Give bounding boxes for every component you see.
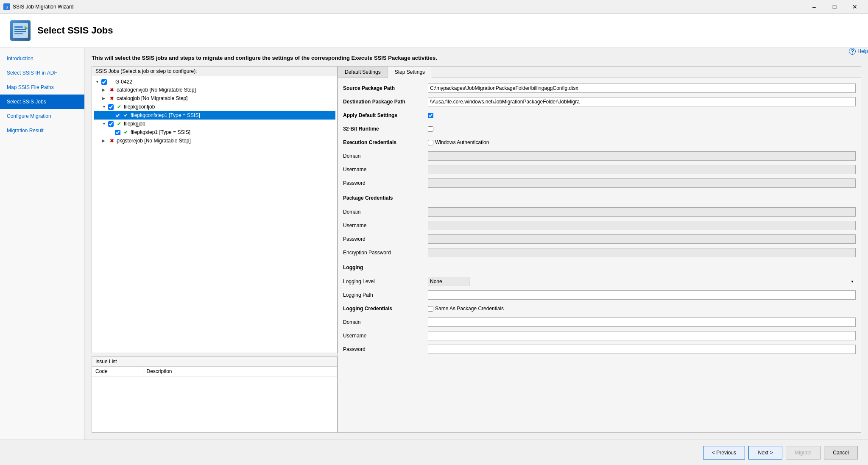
tree-container[interactable]: ▼ G-0422 ▶ ✖ catalogenvjob [No Migratabl… (92, 76, 337, 353)
tree-label-filepkgstep1: filepkgstep1 [Type = SSIS] (131, 129, 190, 135)
settings-panel: Default Settings Step Settings Source Pa… (338, 66, 861, 433)
expand-icon-catalogjob[interactable]: ▶ (102, 96, 108, 100)
tree-item-filepkgconfstep1[interactable]: ✔ filepkgconfstep1 [Type = SSIS] (94, 111, 335, 120)
tree-checkbox-filepkgconfjob[interactable] (108, 104, 114, 110)
split-area: SSIS Jobs (Select a job or step to confi… (92, 66, 861, 433)
tree-checkbox-filepkgstep1[interactable] (115, 130, 120, 135)
pkg-password-input[interactable] (428, 234, 856, 244)
sidebar-item-map-file-paths[interactable]: Map SSIS File Paths (0, 80, 84, 95)
tree-item-catalogenvjob[interactable]: ▶ ✖ catalogenvjob [No Migratable Step] (94, 86, 335, 94)
pkg-domain-input[interactable] (428, 207, 856, 217)
tree-checkbox-filepkgconfstep1[interactable] (115, 113, 120, 118)
exec-username-row: Username (343, 164, 856, 175)
previous-button[interactable]: < Previous (703, 446, 745, 459)
tree-label-catalogjob: catalogjob [No Migratable Step] (117, 95, 187, 101)
svg-rect-3 (14, 26, 23, 28)
left-column: SSIS Jobs (Select a job or step to confi… (92, 66, 338, 433)
sidebar-item-configure-migration[interactable]: Configure Migration (0, 109, 84, 123)
pkg-domain-label: Domain (343, 209, 428, 215)
tree-item-pkgstorejob[interactable]: ▶ ✖ pkgstorejob [No Migratable Step] (94, 136, 335, 145)
main-window: Select SSIS Jobs Introduction Select SSI… (0, 14, 868, 465)
exec-domain-input[interactable] (428, 151, 856, 161)
app-icon: S (3, 3, 10, 10)
expand-icon-pkgstorejob[interactable]: ▶ (102, 139, 108, 143)
help-icon: ? (849, 48, 856, 55)
source-package-path-row: Source Package Path (343, 83, 856, 93)
apply-default-settings-label: Apply Default Settings (343, 112, 428, 118)
logging-level-select[interactable]: None Basic Verbose Performance RuntimeLi… (428, 277, 469, 286)
source-package-path-input[interactable] (428, 84, 856, 93)
tree-item-root[interactable]: ▼ G-0422 (94, 78, 335, 86)
tree-label-pkgstorejob: pkgstorejob [No Migratable Step] (117, 138, 191, 144)
sidebar-item-select-ssis-jobs[interactable]: Select SSIS Jobs (0, 95, 84, 109)
exec-username-input[interactable] (428, 165, 856, 174)
runtime-32bit-label: 32-Bit Runtime (343, 126, 428, 132)
description-text: This will select the SSIS jobs and steps… (92, 55, 861, 61)
svg-rect-2 (13, 23, 28, 38)
tab-default-settings[interactable]: Default Settings (338, 67, 388, 78)
log-password-row: Password (343, 344, 856, 354)
tree-item-filepkgstep1[interactable]: ✔ filepkgstep1 [Type = SSIS] (94, 128, 335, 136)
destination-package-path-label: Destination Package Path (343, 99, 428, 105)
close-button[interactable]: ✕ (845, 0, 865, 14)
sidebar-item-introduction[interactable]: Introduction (0, 51, 84, 66)
logging-credentials-header: Logging Credentials (343, 306, 428, 312)
expand-icon-filepkgjob[interactable]: ▼ (102, 122, 108, 126)
migrate-button[interactable]: Migrate (786, 446, 821, 459)
expand-icon-filepkgconfjob[interactable]: ▼ (102, 105, 108, 109)
log-username-input[interactable] (428, 331, 856, 340)
svg-rect-5 (14, 31, 26, 32)
tab-step-settings[interactable]: Step Settings (388, 67, 432, 78)
sidebar-item-migration-result[interactable]: Migration Result (0, 123, 84, 138)
tree-label-filepkgconfjob: filepkgconfjob (124, 104, 155, 110)
tree-item-filepkgjob[interactable]: ▼ ✔ filepkgjob (94, 120, 335, 128)
execution-credentials-row: Execution Credentials Windows Authentica… (343, 137, 856, 148)
logging-path-input[interactable] (428, 290, 856, 300)
issue-col-code: Code (92, 367, 143, 376)
exec-password-label: Password (343, 180, 428, 186)
exec-password-row: Password (343, 178, 856, 188)
tree-item-catalogjob[interactable]: ▶ ✖ catalogjob [No Migratable Step] (94, 94, 335, 103)
destination-package-path-row: Destination Package Path (343, 97, 856, 107)
encryption-password-input[interactable] (428, 248, 856, 257)
exec-password-input[interactable] (428, 178, 856, 188)
pkg-username-input[interactable] (428, 221, 856, 230)
apply-default-settings-checkbox[interactable] (428, 113, 433, 118)
minimize-button[interactable]: – (804, 0, 824, 14)
exec-username-label: Username (343, 167, 428, 173)
windows-auth-checkbox[interactable] (428, 140, 433, 145)
log-domain-input[interactable] (428, 317, 856, 327)
sidebar: Introduction Select SSIS IR in ADF Map S… (0, 48, 85, 440)
maximize-button[interactable]: □ (825, 0, 844, 14)
sidebar-item-select-ssis-ir[interactable]: Select SSIS IR in ADF (0, 66, 84, 80)
expand-icon-catalogenv[interactable]: ▶ (102, 88, 108, 92)
help-link[interactable]: ? Help (849, 48, 868, 55)
pkg-username-row: Username (343, 220, 856, 231)
issue-panel: Issue List Code Description (92, 356, 338, 433)
cancel-button[interactable]: Cancel (824, 446, 858, 459)
success-icon-filepkgconfjob: ✔ (115, 103, 122, 110)
execution-credentials-label: Execution Credentials (343, 139, 428, 145)
destination-package-path-input[interactable] (428, 97, 856, 106)
header-icon (10, 20, 31, 41)
pkg-password-label: Password (343, 236, 428, 242)
issue-col-description: Description (143, 367, 337, 376)
next-button[interactable]: Next > (748, 446, 782, 459)
logging-credentials-header-row: Logging Credentials Same As Package Cred… (343, 304, 856, 314)
tree-checkbox-root[interactable] (101, 79, 107, 85)
same-as-package-checkbox[interactable] (428, 306, 433, 312)
tree-checkbox-filepkgjob[interactable] (108, 121, 114, 127)
expand-icon[interactable]: ▼ (95, 80, 101, 84)
bottom-bar: < Previous Next > Migrate Cancel (0, 440, 868, 465)
tree-item-filepkgconfjob[interactable]: ▼ ✔ filepkgconfjob (94, 103, 335, 111)
logging-level-label: Logging Level (343, 278, 428, 284)
runtime-32bit-checkbox[interactable] (428, 126, 433, 132)
log-password-input[interactable] (428, 345, 856, 354)
same-as-package-label: Same As Package Credentials (435, 306, 504, 312)
pkg-domain-row: Domain (343, 207, 856, 217)
svg-text:S: S (6, 5, 8, 9)
tree-label-filepkgconfstep1: filepkgconfstep1 [Type = SSIS] (131, 112, 200, 118)
main-panel: ? Help This will select the SSIS jobs an… (85, 48, 868, 440)
logging-path-row: Logging Path (343, 290, 856, 300)
svg-rect-4 (14, 29, 26, 30)
